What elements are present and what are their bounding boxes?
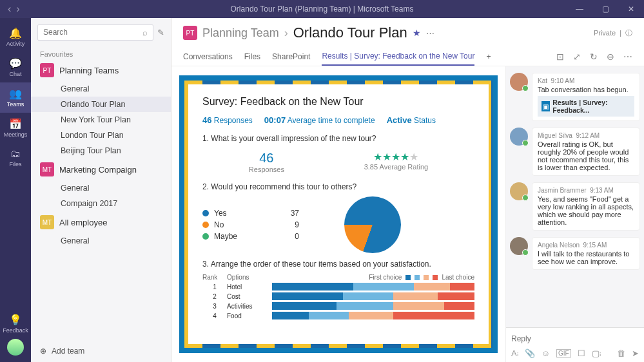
expand-icon[interactable]: ⤢ bbox=[573, 52, 581, 62]
search-icon: ⌕ bbox=[142, 28, 148, 37]
q1-response-count: 46 bbox=[249, 151, 284, 166]
main: PT Planning Team › Orlando Tour Plan ★ ⋯… bbox=[171, 18, 644, 362]
window-title: Orlando Tour Plan (Planning Team) | Micr… bbox=[231, 5, 414, 14]
add-team-button[interactable]: ⊕ Add team bbox=[31, 340, 171, 362]
lightbulb-icon: 💡 bbox=[0, 314, 31, 326]
channel-item[interactable]: General bbox=[31, 81, 171, 97]
channel-item[interactable]: Orlando Tour Plan bbox=[31, 97, 171, 112]
user-avatar[interactable] bbox=[7, 339, 24, 356]
reply-box[interactable]: Aᵢ 📎 ☺ GIF ☐ ▢ᵢ 🗑 ➤ bbox=[506, 327, 644, 362]
team-avatar-square: MT bbox=[40, 215, 54, 229]
nav-forward-icon[interactable]: › bbox=[16, 3, 19, 15]
meet-icon[interactable]: ▢ᵢ bbox=[592, 348, 601, 358]
more-icon[interactable]: ⋯ bbox=[426, 28, 434, 38]
chat-message: Angela Nelson 9:15 AMI will talk to the … bbox=[510, 237, 640, 270]
app-rail: 🔔Activity💬Chat👥Teams📅Meetings🗂Files💡Feed… bbox=[0, 18, 31, 362]
more-icon[interactable]: ⋯ bbox=[623, 52, 632, 62]
rail-item-chat[interactable]: 💬Chat bbox=[0, 52, 31, 82]
compose-icon[interactable]: ✎ bbox=[157, 28, 164, 37]
reply-input[interactable] bbox=[511, 332, 639, 346]
survey-title: Survey: Feedback on the New Tour bbox=[202, 96, 474, 108]
tab-3[interactable]: Results | Survey: Feedback on the New To… bbox=[322, 48, 474, 66]
privacy-label: Private bbox=[594, 29, 616, 37]
rail-item-teams[interactable]: 👥Teams bbox=[0, 82, 31, 113]
titlebar: ‹ › Orlando Tour Plan (Planning Team) | … bbox=[0, 0, 644, 18]
rating-stars: ★★★★★ bbox=[364, 151, 429, 163]
channel-item[interactable]: General bbox=[31, 233, 171, 249]
chat-pane: Kat 9:10 AMTab conversation has begun.▣R… bbox=[505, 66, 644, 362]
channel-header: PT Planning Team › Orlando Tour Plan ★ ⋯… bbox=[171, 18, 644, 66]
sidebar: ⌕ ✎ Favourites PTPlanning TeamsGeneralOr… bbox=[31, 18, 171, 362]
channel-item[interactable]: General bbox=[31, 180, 171, 196]
team-item[interactable]: PTPlanning Teams bbox=[31, 59, 171, 81]
chat-icon[interactable]: ⊡ bbox=[556, 52, 564, 62]
close-icon[interactable]: ✕ bbox=[618, 5, 644, 14]
rail-item-meetings[interactable]: 📅Meetings bbox=[0, 113, 31, 143]
send-icon[interactable]: ➤ bbox=[632, 348, 639, 358]
files-icon: 🗂 bbox=[0, 148, 31, 160]
chat-icon: 💬 bbox=[0, 57, 31, 70]
meetings-icon: 📅 bbox=[0, 118, 31, 130]
link-icon: ▣ bbox=[542, 101, 550, 111]
team-item[interactable]: MTAll employee bbox=[31, 211, 171, 233]
channel-item[interactable]: Beijing Tour Plan bbox=[31, 143, 171, 158]
message-link[interactable]: ▣Results | Survey: Feedback... bbox=[538, 96, 634, 117]
team-avatar-square: PT bbox=[40, 63, 54, 77]
pie-chart bbox=[344, 196, 401, 253]
nav-back-icon[interactable]: ‹ bbox=[8, 3, 11, 15]
team-avatar: PT bbox=[183, 26, 197, 40]
format-icon[interactable]: Aᵢ bbox=[511, 348, 518, 358]
tab-2[interactable]: SharePoint bbox=[272, 48, 310, 65]
tab-1[interactable]: Files bbox=[244, 48, 260, 65]
chevron-right-icon: › bbox=[284, 26, 288, 40]
search-input[interactable]: ⌕ bbox=[37, 24, 153, 41]
survey-pane: Survey: Feedback on the New Tour 46 Resp… bbox=[171, 66, 505, 362]
chat-message: Kat 9:10 AMTab conversation has begun.▣R… bbox=[510, 73, 640, 121]
chat-message: Miguel Silva 9:12 AMOverall rating is OK… bbox=[510, 128, 640, 176]
avatar[interactable] bbox=[510, 182, 528, 200]
breadcrumb-channel: Orlando Tour Plan bbox=[293, 24, 407, 41]
chat-message: Jasmin Brammer 9:13 AMYes, and seems "Fo… bbox=[510, 182, 640, 231]
channel-item[interactable]: London Tour Plan bbox=[31, 128, 171, 143]
avatar[interactable] bbox=[510, 128, 528, 146]
channel-item[interactable]: Compaign 2017 bbox=[31, 196, 171, 211]
favorite-star-icon[interactable]: ★ bbox=[413, 28, 421, 38]
avatar[interactable] bbox=[510, 237, 528, 255]
remove-icon[interactable]: ⊖ bbox=[607, 52, 614, 62]
info-icon[interactable]: ⓘ bbox=[625, 28, 632, 38]
refresh-icon[interactable]: ↻ bbox=[590, 52, 598, 62]
rail-feedback[interactable]: 💡Feedback bbox=[0, 309, 31, 339]
legend-dot bbox=[202, 210, 209, 216]
add-tab-icon[interactable]: + bbox=[486, 48, 491, 65]
activity-icon: 🔔 bbox=[0, 27, 31, 39]
attach-icon[interactable]: 📎 bbox=[525, 348, 535, 358]
channel-item[interactable]: New York Tour Plan bbox=[31, 112, 171, 128]
delete-icon[interactable]: 🗑 bbox=[617, 348, 625, 358]
pie-legend: Yes37No9Maybe0 bbox=[202, 207, 318, 242]
legend-dot bbox=[202, 222, 209, 228]
tab-0[interactable]: Conversations bbox=[183, 48, 233, 65]
gif-icon[interactable]: GIF bbox=[556, 349, 571, 357]
avatar[interactable] bbox=[510, 73, 528, 91]
team-item[interactable]: MTMarketing Compaign bbox=[31, 158, 171, 180]
legend-dot bbox=[202, 233, 209, 240]
maximize-icon[interactable]: ▢ bbox=[592, 5, 618, 14]
ranking-chart: RankOptionsFirst choiceLast choice1Hotel… bbox=[202, 274, 474, 319]
breadcrumb-team[interactable]: Planning Team bbox=[202, 26, 279, 40]
emoji-icon[interactable]: ☺ bbox=[542, 348, 550, 358]
sidebar-section-label: Favourites bbox=[31, 46, 171, 59]
teams-icon: 👥 bbox=[0, 88, 31, 100]
team-avatar-square: MT bbox=[40, 162, 54, 176]
sticker-icon[interactable]: ☐ bbox=[578, 348, 585, 358]
add-team-icon: ⊕ bbox=[40, 347, 46, 356]
minimize-icon[interactable]: — bbox=[567, 5, 592, 14]
rail-item-files[interactable]: 🗂Files bbox=[0, 143, 31, 173]
rail-item-activity[interactable]: 🔔Activity bbox=[0, 22, 31, 52]
